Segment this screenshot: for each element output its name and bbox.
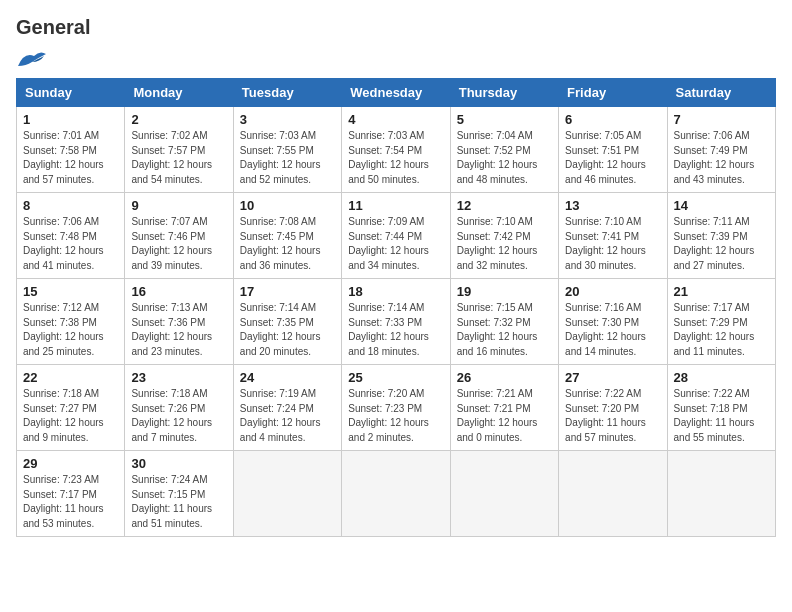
- calendar-cell: 11Sunrise: 7:09 AM Sunset: 7:44 PM Dayli…: [342, 193, 450, 279]
- col-header-saturday: Saturday: [667, 79, 775, 107]
- day-number: 21: [674, 284, 769, 299]
- calendar-week-2: 8Sunrise: 7:06 AM Sunset: 7:48 PM Daylig…: [17, 193, 776, 279]
- day-number: 15: [23, 284, 118, 299]
- day-info: Sunrise: 7:24 AM Sunset: 7:15 PM Dayligh…: [131, 473, 226, 531]
- day-info: Sunrise: 7:12 AM Sunset: 7:38 PM Dayligh…: [23, 301, 118, 359]
- col-header-tuesday: Tuesday: [233, 79, 341, 107]
- day-info: Sunrise: 7:02 AM Sunset: 7:57 PM Dayligh…: [131, 129, 226, 187]
- calendar-cell: 20Sunrise: 7:16 AM Sunset: 7:30 PM Dayli…: [559, 279, 667, 365]
- calendar-header-row: SundayMondayTuesdayWednesdayThursdayFrid…: [17, 79, 776, 107]
- calendar-cell: 12Sunrise: 7:10 AM Sunset: 7:42 PM Dayli…: [450, 193, 558, 279]
- calendar-week-3: 15Sunrise: 7:12 AM Sunset: 7:38 PM Dayli…: [17, 279, 776, 365]
- calendar-cell: 24Sunrise: 7:19 AM Sunset: 7:24 PM Dayli…: [233, 365, 341, 451]
- calendar-cell: 28Sunrise: 7:22 AM Sunset: 7:18 PM Dayli…: [667, 365, 775, 451]
- calendar-cell: 4Sunrise: 7:03 AM Sunset: 7:54 PM Daylig…: [342, 107, 450, 193]
- day-info: Sunrise: 7:15 AM Sunset: 7:32 PM Dayligh…: [457, 301, 552, 359]
- day-info: Sunrise: 7:06 AM Sunset: 7:48 PM Dayligh…: [23, 215, 118, 273]
- calendar-cell: 25Sunrise: 7:20 AM Sunset: 7:23 PM Dayli…: [342, 365, 450, 451]
- day-number: 9: [131, 198, 226, 213]
- calendar-week-5: 29Sunrise: 7:23 AM Sunset: 7:17 PM Dayli…: [17, 451, 776, 537]
- col-header-sunday: Sunday: [17, 79, 125, 107]
- day-info: Sunrise: 7:08 AM Sunset: 7:45 PM Dayligh…: [240, 215, 335, 273]
- calendar-week-1: 1Sunrise: 7:01 AM Sunset: 7:58 PM Daylig…: [17, 107, 776, 193]
- calendar-week-4: 22Sunrise: 7:18 AM Sunset: 7:27 PM Dayli…: [17, 365, 776, 451]
- day-info: Sunrise: 7:07 AM Sunset: 7:46 PM Dayligh…: [131, 215, 226, 273]
- calendar-cell: [667, 451, 775, 537]
- calendar-cell: 9Sunrise: 7:07 AM Sunset: 7:46 PM Daylig…: [125, 193, 233, 279]
- day-number: 25: [348, 370, 443, 385]
- day-number: 23: [131, 370, 226, 385]
- calendar-cell: 23Sunrise: 7:18 AM Sunset: 7:26 PM Dayli…: [125, 365, 233, 451]
- calendar-cell: 7Sunrise: 7:06 AM Sunset: 7:49 PM Daylig…: [667, 107, 775, 193]
- day-info: Sunrise: 7:06 AM Sunset: 7:49 PM Dayligh…: [674, 129, 769, 187]
- calendar-cell: 17Sunrise: 7:14 AM Sunset: 7:35 PM Dayli…: [233, 279, 341, 365]
- calendar-cell: 13Sunrise: 7:10 AM Sunset: 7:41 PM Dayli…: [559, 193, 667, 279]
- calendar-cell: 29Sunrise: 7:23 AM Sunset: 7:17 PM Dayli…: [17, 451, 125, 537]
- day-number: 7: [674, 112, 769, 127]
- day-info: Sunrise: 7:09 AM Sunset: 7:44 PM Dayligh…: [348, 215, 443, 273]
- col-header-monday: Monday: [125, 79, 233, 107]
- day-info: Sunrise: 7:22 AM Sunset: 7:20 PM Dayligh…: [565, 387, 660, 445]
- day-number: 11: [348, 198, 443, 213]
- calendar-cell: [559, 451, 667, 537]
- day-number: 4: [348, 112, 443, 127]
- calendar-cell: 21Sunrise: 7:17 AM Sunset: 7:29 PM Dayli…: [667, 279, 775, 365]
- page-header: General: [16, 16, 776, 70]
- day-number: 28: [674, 370, 769, 385]
- calendar-cell: 16Sunrise: 7:13 AM Sunset: 7:36 PM Dayli…: [125, 279, 233, 365]
- calendar-cell: [450, 451, 558, 537]
- calendar-cell: 2Sunrise: 7:02 AM Sunset: 7:57 PM Daylig…: [125, 107, 233, 193]
- calendar-cell: 14Sunrise: 7:11 AM Sunset: 7:39 PM Dayli…: [667, 193, 775, 279]
- day-info: Sunrise: 7:21 AM Sunset: 7:21 PM Dayligh…: [457, 387, 552, 445]
- calendar-cell: 10Sunrise: 7:08 AM Sunset: 7:45 PM Dayli…: [233, 193, 341, 279]
- calendar-cell: 22Sunrise: 7:18 AM Sunset: 7:27 PM Dayli…: [17, 365, 125, 451]
- day-number: 17: [240, 284, 335, 299]
- day-info: Sunrise: 7:11 AM Sunset: 7:39 PM Dayligh…: [674, 215, 769, 273]
- day-info: Sunrise: 7:18 AM Sunset: 7:26 PM Dayligh…: [131, 387, 226, 445]
- day-info: Sunrise: 7:10 AM Sunset: 7:42 PM Dayligh…: [457, 215, 552, 273]
- day-number: 20: [565, 284, 660, 299]
- day-number: 27: [565, 370, 660, 385]
- day-info: Sunrise: 7:20 AM Sunset: 7:23 PM Dayligh…: [348, 387, 443, 445]
- calendar-cell: 26Sunrise: 7:21 AM Sunset: 7:21 PM Dayli…: [450, 365, 558, 451]
- day-number: 1: [23, 112, 118, 127]
- day-info: Sunrise: 7:14 AM Sunset: 7:33 PM Dayligh…: [348, 301, 443, 359]
- day-info: Sunrise: 7:03 AM Sunset: 7:55 PM Dayligh…: [240, 129, 335, 187]
- calendar-cell: 19Sunrise: 7:15 AM Sunset: 7:32 PM Dayli…: [450, 279, 558, 365]
- day-number: 14: [674, 198, 769, 213]
- calendar-cell: 30Sunrise: 7:24 AM Sunset: 7:15 PM Dayli…: [125, 451, 233, 537]
- day-number: 24: [240, 370, 335, 385]
- calendar-body: 1Sunrise: 7:01 AM Sunset: 7:58 PM Daylig…: [17, 107, 776, 537]
- logo: General: [16, 16, 64, 70]
- calendar-cell: 15Sunrise: 7:12 AM Sunset: 7:38 PM Dayli…: [17, 279, 125, 365]
- calendar-cell: 8Sunrise: 7:06 AM Sunset: 7:48 PM Daylig…: [17, 193, 125, 279]
- calendar-cell: 5Sunrise: 7:04 AM Sunset: 7:52 PM Daylig…: [450, 107, 558, 193]
- day-info: Sunrise: 7:23 AM Sunset: 7:17 PM Dayligh…: [23, 473, 118, 531]
- day-info: Sunrise: 7:22 AM Sunset: 7:18 PM Dayligh…: [674, 387, 769, 445]
- day-info: Sunrise: 7:19 AM Sunset: 7:24 PM Dayligh…: [240, 387, 335, 445]
- calendar-cell: 6Sunrise: 7:05 AM Sunset: 7:51 PM Daylig…: [559, 107, 667, 193]
- day-number: 12: [457, 198, 552, 213]
- day-number: 13: [565, 198, 660, 213]
- calendar-cell: 1Sunrise: 7:01 AM Sunset: 7:58 PM Daylig…: [17, 107, 125, 193]
- calendar-cell: [233, 451, 341, 537]
- calendar-cell: 27Sunrise: 7:22 AM Sunset: 7:20 PM Dayli…: [559, 365, 667, 451]
- day-info: Sunrise: 7:10 AM Sunset: 7:41 PM Dayligh…: [565, 215, 660, 273]
- day-number: 26: [457, 370, 552, 385]
- calendar-table: SundayMondayTuesdayWednesdayThursdayFrid…: [16, 78, 776, 537]
- day-number: 19: [457, 284, 552, 299]
- day-info: Sunrise: 7:01 AM Sunset: 7:58 PM Dayligh…: [23, 129, 118, 187]
- day-number: 3: [240, 112, 335, 127]
- day-number: 18: [348, 284, 443, 299]
- day-number: 29: [23, 456, 118, 471]
- col-header-wednesday: Wednesday: [342, 79, 450, 107]
- day-info: Sunrise: 7:13 AM Sunset: 7:36 PM Dayligh…: [131, 301, 226, 359]
- day-info: Sunrise: 7:04 AM Sunset: 7:52 PM Dayligh…: [457, 129, 552, 187]
- calendar-cell: 18Sunrise: 7:14 AM Sunset: 7:33 PM Dayli…: [342, 279, 450, 365]
- day-number: 16: [131, 284, 226, 299]
- day-number: 30: [131, 456, 226, 471]
- day-number: 6: [565, 112, 660, 127]
- col-header-friday: Friday: [559, 79, 667, 107]
- day-info: Sunrise: 7:17 AM Sunset: 7:29 PM Dayligh…: [674, 301, 769, 359]
- day-info: Sunrise: 7:16 AM Sunset: 7:30 PM Dayligh…: [565, 301, 660, 359]
